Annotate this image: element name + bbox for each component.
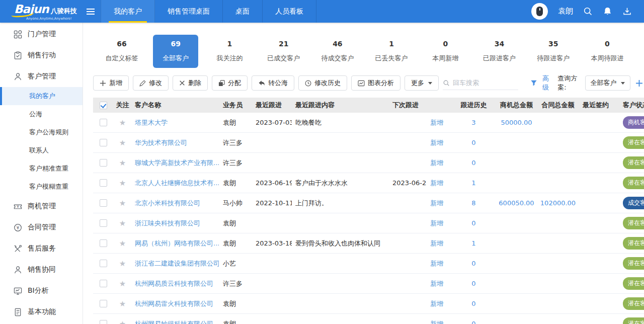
filter-funnel-icon[interactable] bbox=[530, 79, 537, 87]
follow-history-link[interactable]: 0 bbox=[471, 159, 475, 167]
row-checkbox[interactable] bbox=[100, 280, 107, 287]
star-icon[interactable]: ★ bbox=[119, 158, 126, 168]
follow-history-link[interactable]: 0 bbox=[471, 260, 475, 267]
toolbar-button[interactable]: 图表分析 bbox=[351, 75, 400, 91]
sidebar-subitem[interactable]: 客户模糊查重 bbox=[0, 178, 83, 196]
toolbar-button[interactable]: 更多 bbox=[405, 75, 439, 91]
stat-tab[interactable]: 1我关注的 bbox=[207, 35, 252, 68]
sidebar-item[interactable]: 销售协同 bbox=[0, 259, 83, 280]
star-icon[interactable]: ★ bbox=[119, 138, 126, 147]
follow-history-link[interactable]: 8 bbox=[471, 199, 475, 207]
row-checkbox[interactable] bbox=[100, 260, 107, 267]
toolbar-button[interactable]: 修改 bbox=[133, 75, 169, 91]
add-follow-link[interactable]: 新增 bbox=[430, 300, 443, 307]
sidebar-subitem[interactable]: 公海 bbox=[0, 105, 83, 123]
stat-tab[interactable]: 0本周待跟进 bbox=[585, 35, 630, 68]
row-checkbox[interactable] bbox=[100, 239, 107, 247]
star-icon[interactable]: ★ bbox=[119, 179, 126, 188]
follow-history-link[interactable]: 0 bbox=[471, 320, 475, 324]
star-icon[interactable]: ★ bbox=[119, 219, 126, 228]
star-icon[interactable]: ★ bbox=[119, 279, 126, 288]
sidebar-subitem[interactable]: 联系人 bbox=[0, 141, 83, 159]
bell-icon[interactable] bbox=[603, 7, 612, 16]
add-follow-link[interactable]: 新增 bbox=[430, 219, 443, 227]
header-tab[interactable]: 销售管理桌面 bbox=[155, 0, 223, 23]
avatar[interactable] bbox=[531, 3, 548, 20]
customer-name-link[interactable]: 塔里木大学 bbox=[135, 119, 168, 126]
star-icon[interactable]: ★ bbox=[119, 239, 126, 248]
add-follow-link[interactable]: 新增 bbox=[430, 260, 443, 267]
download-icon[interactable] bbox=[622, 7, 632, 16]
follow-history-link[interactable]: 1 bbox=[471, 179, 475, 187]
stat-tab[interactable]: 0本周新增 bbox=[423, 35, 468, 68]
star-icon[interactable]: ★ bbox=[119, 199, 126, 208]
follow-history-link[interactable]: 3 bbox=[471, 119, 475, 126]
row-checkbox[interactable] bbox=[100, 179, 107, 187]
customer-name-link[interactable]: 杭州网易妙得科技有限公司 bbox=[135, 320, 213, 324]
hamburger-menu-icon[interactable] bbox=[80, 0, 101, 23]
sidebar-item[interactable]: 客户管理 bbox=[0, 66, 83, 87]
row-checkbox[interactable] bbox=[100, 320, 107, 324]
sidebar-item[interactable]: 门户管理 bbox=[0, 24, 83, 45]
advanced-filter-link[interactable]: 高级 bbox=[542, 74, 552, 92]
customer-name-link[interactable]: 网易（杭州）网络有限公司... bbox=[135, 239, 219, 247]
star-icon[interactable]: ★ bbox=[119, 319, 126, 324]
opportunity-amount-link[interactable]: 50000.00 bbox=[501, 119, 532, 126]
follow-history-link[interactable]: 0 bbox=[471, 139, 475, 146]
add-follow-link[interactable]: 新增 bbox=[430, 139, 443, 146]
add-scheme-icon[interactable] bbox=[635, 79, 643, 87]
stat-tab[interactable]: 69全部客户 bbox=[153, 35, 198, 68]
sidebar-item[interactable]: 售后服务 bbox=[0, 238, 83, 259]
customer-name-link[interactable]: 聊城大学高新技术产业有限... bbox=[135, 159, 219, 167]
stat-tab[interactable]: 1已丢失客户 bbox=[369, 35, 414, 68]
opportunity-amount-link[interactable]: 600050.00 bbox=[499, 199, 534, 207]
stat-tab[interactable]: 21已成交客户 bbox=[261, 35, 306, 68]
customer-name-link[interactable]: 华为技术有限公司 bbox=[135, 139, 187, 146]
sidebar-item[interactable]: 销售行动 bbox=[0, 45, 83, 66]
customer-name-link[interactable]: 浙江省二建建设集团有限公司 bbox=[135, 260, 219, 267]
follow-history-link[interactable]: 0 bbox=[471, 300, 475, 307]
customer-name-link[interactable]: 北京小米科技有限公司 bbox=[135, 199, 200, 207]
toolbar-button[interactable]: 新增 bbox=[93, 75, 129, 91]
stat-tab[interactable]: 34已跟进客户 bbox=[477, 35, 522, 68]
follow-history-link[interactable]: 1 bbox=[471, 239, 475, 247]
add-follow-link[interactable]: 新增 bbox=[430, 159, 443, 167]
star-icon[interactable]: ★ bbox=[119, 118, 126, 127]
toolbar-button[interactable]: 转公海 bbox=[252, 75, 294, 91]
row-checkbox[interactable] bbox=[100, 159, 107, 167]
star-icon[interactable]: ★ bbox=[119, 299, 126, 308]
search-icon[interactable] bbox=[583, 7, 593, 16]
header-tab[interactable]: 桌面 bbox=[223, 0, 263, 23]
sidebar-item[interactable]: 基本功能 bbox=[0, 301, 83, 322]
header-tab[interactable]: 我的客户 bbox=[101, 0, 155, 23]
toolbar-button[interactable]: 修改历史 bbox=[298, 75, 347, 91]
star-icon[interactable]: ★ bbox=[119, 259, 126, 268]
add-follow-link[interactable]: 新增 bbox=[430, 320, 443, 324]
toolbar-button[interactable]: 删除 bbox=[173, 75, 208, 91]
customer-name-link[interactable]: 北京人人社继狮信息技术有... bbox=[135, 179, 219, 187]
contract-amount-link[interactable]: 102000.00 bbox=[540, 199, 576, 207]
row-checkbox[interactable] bbox=[100, 139, 107, 146]
stat-tab[interactable]: 35待跟进客户 bbox=[531, 35, 576, 68]
row-checkbox[interactable] bbox=[100, 300, 107, 307]
row-checkbox[interactable] bbox=[100, 119, 107, 126]
add-follow-link[interactable]: 新增 bbox=[430, 280, 443, 287]
sidebar-item[interactable]: ¥商机管理 bbox=[0, 196, 83, 217]
customer-name-link[interactable]: 浙江味央科技有限公司 bbox=[135, 219, 200, 227]
stat-tab[interactable]: 46待成交客户 bbox=[315, 35, 360, 68]
sidebar-subitem[interactable]: 客户公海规则 bbox=[0, 123, 83, 141]
row-checkbox[interactable] bbox=[100, 219, 107, 227]
customer-name-link[interactable]: 杭州网易质云科技有限公司 bbox=[135, 280, 213, 287]
follow-history-link[interactable]: 0 bbox=[471, 280, 475, 287]
customer-name-link[interactable]: 杭州网易雷火科技有限公司 bbox=[135, 300, 213, 307]
sidebar-item[interactable]: ¥合同管理 bbox=[0, 217, 83, 238]
toolbar-button[interactable]: 分配 bbox=[212, 75, 248, 91]
row-checkbox[interactable] bbox=[100, 199, 107, 207]
add-follow-link[interactable]: 新增 bbox=[430, 179, 443, 187]
sidebar-subitem[interactable]: 我的客户 bbox=[0, 87, 83, 105]
query-scheme-select[interactable]: 全部客户 bbox=[585, 75, 631, 91]
follow-history-link[interactable]: 0 bbox=[471, 219, 475, 227]
add-follow-link[interactable]: 新增 bbox=[430, 199, 443, 207]
stat-tab[interactable]: 66自定义标签 bbox=[99, 35, 144, 68]
sidebar-item[interactable]: BI分析 bbox=[0, 280, 83, 301]
